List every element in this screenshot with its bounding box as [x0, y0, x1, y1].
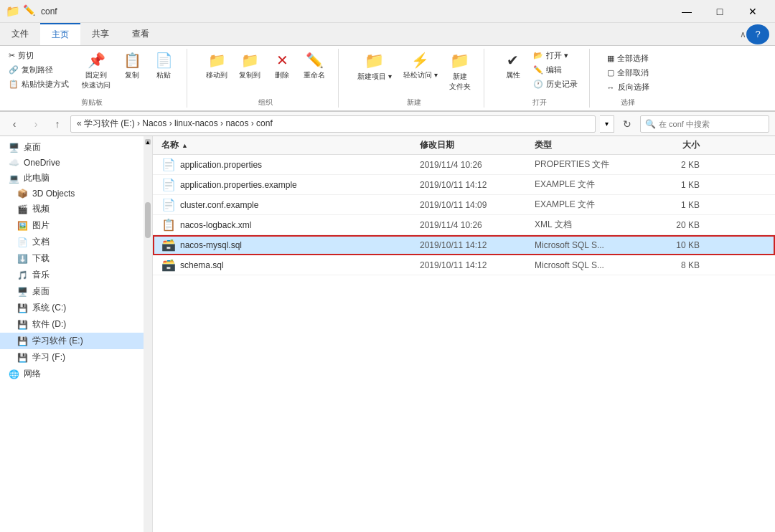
- history-icon: 🕐: [533, 80, 543, 89]
- sidebar-item-music[interactable]: 🎵 音乐: [0, 267, 144, 283]
- sidebar-item-studyf[interactable]: 💾 学习 (F:): [0, 349, 144, 366]
- select-group: ▦ 全部选择 ▢ 全部取消 ↔ 反向选择 选择: [604, 49, 661, 108]
- file-name-app-properties-example: 📄 application.properties.example: [161, 178, 420, 191]
- copy-icon: 📋: [123, 52, 141, 69]
- sidebar-item-3dobjects[interactable]: 📦 3D Objects: [0, 186, 144, 201]
- paste-shortcut-icon: 📋: [9, 80, 19, 89]
- address-path[interactable]: « 学习软件 (E:) › Nacos › linux-nacos › naco…: [70, 115, 596, 133]
- up-button[interactable]: ↑: [49, 115, 66, 133]
- pictures-icon: 🖼️: [17, 221, 28, 231]
- address-bar: ‹ › ↑ « 学习软件 (E:) › Nacos › linux-nacos …: [0, 112, 775, 136]
- forward-button[interactable]: ›: [27, 115, 44, 133]
- refresh-button[interactable]: ↻: [619, 115, 636, 133]
- select-all-button[interactable]: ▦ 全部选择: [604, 52, 652, 65]
- new-item-icon: 📁: [365, 52, 384, 70]
- invert-selection-button[interactable]: ↔ 反向选择: [604, 80, 652, 94]
- close-button[interactable]: ✕: [736, 0, 769, 23]
- new-group: 📁 新建项目 ▾ ⚡ 轻松访问 ▾ 📁 新建 文件夹 新建: [353, 49, 484, 108]
- sidebar-item-studye[interactable]: 💾 学习软件 (E:): [0, 333, 144, 349]
- move-to-button[interactable]: 📁 移动到: [202, 49, 232, 83]
- cut-icon: ✂: [9, 51, 15, 60]
- onedrive-icon: ☁️: [9, 158, 19, 168]
- scrollbar-thumb[interactable]: [145, 202, 151, 238]
- file-row-app-properties-example[interactable]: 📄 application.properties.example 2019/10…: [153, 175, 775, 195]
- address-dropdown[interactable]: ▾: [600, 115, 614, 133]
- sidebar-item-systemc[interactable]: 💾 系统 (C:): [0, 300, 144, 316]
- title-bar: 📁 ✏️ conf — □ ✕: [0, 0, 775, 23]
- file-date-5: 2019/10/11 14:12: [420, 260, 535, 270]
- file-date-2: 2019/10/11 14:09: [420, 200, 535, 210]
- pin-button[interactable]: 📌 固定到 快速访问: [78, 49, 115, 93]
- sql-file-icon-1: 🗃️: [161, 238, 176, 252]
- videos-icon: 🎬: [17, 204, 28, 214]
- main-content: 🖥️ 桌面 ☁️ OneDrive 💻 此电脑 📦 3D Objects 🎬 视…: [0, 136, 775, 532]
- properties-button[interactable]: ✔ 属性: [499, 49, 527, 83]
- col-header-name[interactable]: 名称 ▲: [161, 139, 420, 151]
- file-row-cluster-conf-example[interactable]: 📄 cluster.conf.example 2019/10/11 14:09 …: [153, 195, 775, 215]
- tab-view[interactable]: 查看: [121, 23, 161, 45]
- paste-shortcut-button[interactable]: 📋 粘贴快捷方式: [6, 77, 72, 91]
- file-date-3: 2019/11/4 10:26: [420, 220, 535, 230]
- copy-path-button[interactable]: 🔗 复制路径: [6, 63, 72, 77]
- sidebar-item-documents[interactable]: 📄 文档: [0, 234, 144, 250]
- sidebar-item-softd[interactable]: 💾 软件 (D:): [0, 316, 144, 333]
- rename-button[interactable]: ✏️ 重命名: [299, 49, 329, 83]
- music-icon: 🎵: [17, 270, 28, 280]
- file-row-app-properties[interactable]: 📄 application.properties 2019/11/4 10:26…: [153, 155, 775, 175]
- copy-to-button[interactable]: 📁 复制到: [235, 49, 265, 83]
- open-buttons: ✔ 属性 📂 打开 ▾ ✏️ 编辑 🕐 历史记录: [499, 49, 581, 91]
- search-input[interactable]: [659, 120, 764, 128]
- maximize-button[interactable]: □: [703, 0, 736, 23]
- sidebar-item-thispc[interactable]: 💻 此电脑: [0, 170, 144, 186]
- systemc-icon: 💾: [17, 303, 28, 313]
- minimize-button[interactable]: —: [670, 0, 703, 23]
- ribbon-tabs: 文件 主页 共享 查看 ∧ ?: [0, 23, 775, 46]
- tab-share[interactable]: 共享: [80, 23, 121, 45]
- cut-button[interactable]: ✂ 剪切: [6, 49, 72, 62]
- tab-home[interactable]: 主页: [40, 23, 80, 45]
- organize-group: 📁 移动到 📁 复制到 ✕ 删除 ✏️ 重命名 组织: [202, 49, 339, 108]
- file-type-0: PROPERTIES 文件: [535, 158, 642, 171]
- file-row-nacos-logback[interactable]: 📋 nacos-logback.xml 2019/11/4 10:26 XML …: [153, 215, 775, 235]
- file-size-3: 20 KB: [642, 220, 700, 230]
- paste-button[interactable]: 📄 粘贴: [149, 49, 178, 83]
- move-icon: 📁: [208, 52, 226, 69]
- edit-button[interactable]: ✏️ 编辑: [530, 63, 581, 77]
- ribbon-content: ✂ 剪切 🔗 复制路径 📋 粘贴快捷方式 📌 固定到 快速访问: [0, 46, 775, 111]
- select-label: 选择: [604, 95, 652, 108]
- sidebar-item-desktop2[interactable]: 🖥️ 桌面: [0, 283, 144, 300]
- title-controls: — □ ✕: [670, 0, 769, 23]
- file-row-nacos-mysql[interactable]: 🗃️ nacos-mysql.sql 2019/10/11 14:12 Micr…: [153, 235, 775, 255]
- sort-arrow-icon: ▲: [182, 142, 188, 149]
- sidebar-item-videos[interactable]: 🎬 视频: [0, 201, 144, 217]
- downloads-icon: ⬇️: [17, 254, 28, 264]
- copy-button[interactable]: 📋 复制: [118, 49, 146, 83]
- help-button[interactable]: ?: [746, 24, 769, 44]
- back-button[interactable]: ‹: [6, 115, 23, 133]
- new-folder-button[interactable]: 📁 新建 文件夹: [445, 49, 475, 95]
- new-item-button[interactable]: 📁 新建项目 ▾: [353, 49, 396, 85]
- col-header-type[interactable]: 类型: [535, 139, 642, 151]
- history-button[interactable]: 🕐 历史记录: [530, 77, 581, 91]
- easy-access-button[interactable]: ⚡ 轻松访问 ▾: [399, 49, 442, 83]
- delete-button[interactable]: ✕ 删除: [268, 49, 296, 83]
- sidebar-item-downloads[interactable]: ⬇️ 下载: [0, 250, 144, 267]
- file-header: 名称 ▲ 修改日期 类型 大小: [153, 136, 775, 155]
- col-header-date[interactable]: 修改日期: [420, 139, 535, 151]
- scrollbar-up-arrow[interactable]: ▲: [145, 139, 151, 145]
- sidebar-item-network[interactable]: 🌐 网络: [0, 366, 144, 382]
- file-type-1: EXAMPLE 文件: [535, 179, 642, 191]
- sidebar-scrollbar[interactable]: ▲ ▼: [144, 136, 152, 532]
- sidebar-item-pictures[interactable]: 🖼️ 图片: [0, 217, 144, 234]
- deselect-all-button[interactable]: ▢ 全部取消: [604, 66, 652, 80]
- select-all-icon: ▦: [607, 54, 614, 63]
- open-button[interactable]: 📂 打开 ▾: [530, 49, 581, 62]
- tab-file[interactable]: 文件: [0, 23, 40, 45]
- col-header-size[interactable]: 大小: [642, 139, 700, 151]
- file-row-schema-sql[interactable]: 🗃️ schema.sql 2019/10/11 14:12 Microsoft…: [153, 255, 775, 275]
- example-file-icon-1: 📄: [161, 178, 176, 191]
- sidebar-item-onedrive[interactable]: ☁️ OneDrive: [0, 156, 144, 170]
- ribbon-collapse-button[interactable]: ∧: [740, 29, 746, 39]
- sidebar-item-desktop-top[interactable]: 🖥️ 桌面: [0, 139, 144, 156]
- organize-buttons: 📁 移动到 📁 复制到 ✕ 删除 ✏️ 重命名: [202, 49, 329, 83]
